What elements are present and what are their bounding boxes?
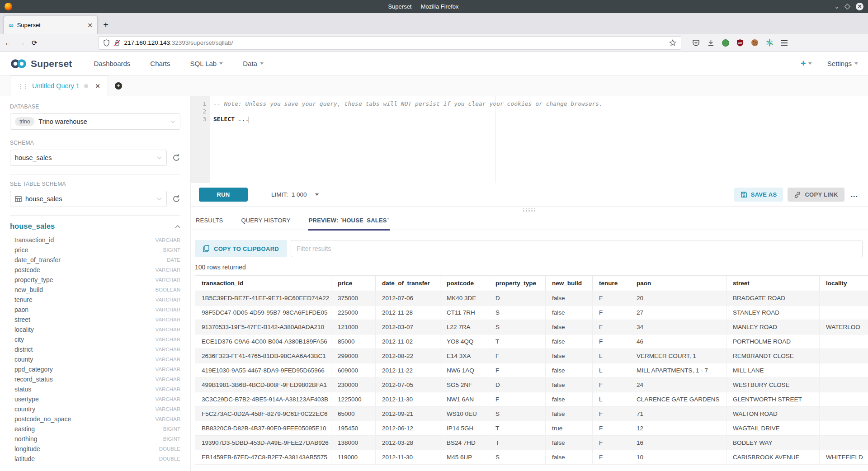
schema-column-row[interactable]: eastingBIGINT bbox=[10, 424, 180, 434]
results-column-header[interactable]: paon bbox=[630, 276, 726, 291]
results-column-header[interactable]: price bbox=[331, 276, 376, 291]
schema-column-row[interactable]: postcodeVARCHAR bbox=[10, 265, 180, 275]
asterisk-extension-icon[interactable] bbox=[766, 39, 774, 47]
schema-column-row[interactable]: record_statusVARCHAR bbox=[10, 374, 180, 384]
table-row[interactable]: 3C3C29DC-B7B2-4BE5-914A-A38123AF403B1225… bbox=[195, 392, 868, 407]
schema-column-row[interactable]: localityVARCHAR bbox=[10, 325, 180, 334]
browser-tab[interactable]: ∞ Superset ✕ bbox=[4, 16, 98, 34]
ublock-origin-icon[interactable]: uO bbox=[736, 39, 744, 47]
schema-column-row[interactable]: paonVARCHAR bbox=[10, 305, 180, 315]
schema-column-row[interactable]: streetVARCHAR bbox=[10, 315, 180, 325]
schema-column-row[interactable]: latitudeDOUBLE bbox=[10, 454, 180, 464]
more-options-button[interactable]: ... bbox=[849, 191, 860, 199]
schema-column-row[interactable]: northingBIGINT bbox=[10, 434, 180, 444]
tab-preview-house-sales[interactable]: PREVIEW: `HOUSE_SALES` bbox=[308, 217, 390, 231]
schema-column-row[interactable]: date_of_transferDATE bbox=[10, 255, 180, 265]
table-row[interactable]: ECE1D376-C9A6-4C00-B004-A380B189FA568500… bbox=[195, 334, 868, 349]
schema-select[interactable]: house_sales bbox=[10, 150, 167, 166]
back-button[interactable]: ← bbox=[5, 39, 12, 47]
downloads-icon[interactable] bbox=[707, 39, 715, 47]
refresh-schema-icon[interactable] bbox=[172, 154, 180, 162]
limit-dropdown[interactable]: LIMIT: 1 000 bbox=[271, 191, 319, 198]
results-column-header[interactable]: new_build bbox=[546, 276, 593, 291]
window-minimize-icon[interactable]: ⌄ bbox=[835, 4, 839, 9]
table-row[interactable]: BB8320C9-D82B-4B37-90E0-9FEE05095E101954… bbox=[195, 421, 868, 436]
new-tab-button[interactable]: + bbox=[98, 17, 114, 33]
results-column-header[interactable]: property_type bbox=[489, 276, 546, 291]
database-select[interactable]: trino Trino warehouse bbox=[10, 113, 180, 130]
collapse-chevron-up-icon[interactable] bbox=[175, 225, 180, 228]
table-row[interactable]: 499B1981-3B6B-4BCD-808F-9FED9802BFA12300… bbox=[195, 378, 868, 392]
copy-link-button[interactable]: COPY LINK bbox=[788, 188, 844, 202]
results-column-header[interactable]: postcode bbox=[440, 276, 489, 291]
table-row[interactable]: EB1459EB-67ED-47C8-B2E7-A38143AB55751190… bbox=[195, 450, 868, 465]
tab-results[interactable]: RESULTS bbox=[195, 217, 224, 231]
save-as-button[interactable]: SAVE AS bbox=[734, 188, 783, 202]
schema-column-row[interactable]: tenureVARCHAR bbox=[10, 295, 180, 305]
results-column-header[interactable]: street bbox=[726, 276, 820, 291]
column-name: transaction_id bbox=[14, 236, 54, 244]
sql-editor[interactable]: 123 -- Note: Unless you save your query,… bbox=[191, 96, 868, 183]
cookie-extension-icon[interactable] bbox=[751, 39, 759, 47]
drag-handle-icon[interactable]: ⋮⋮ bbox=[18, 83, 28, 89]
schema-column-row[interactable]: statusVARCHAR bbox=[10, 384, 180, 394]
query-tab-close-icon[interactable]: ✕ bbox=[95, 83, 100, 89]
url-bar[interactable]: 217.160.120.143:32393/superset/sqllab/ bbox=[98, 36, 681, 50]
copy-to-clipboard-button[interactable]: COPY TO CLIPBOARD bbox=[195, 240, 287, 257]
table-row[interactable]: 419E1030-9A55-4467-8DA9-9FED95D659666090… bbox=[195, 363, 868, 378]
tab-query-history[interactable]: QUERY HISTORY bbox=[240, 217, 291, 231]
menu-hamburger-icon[interactable] bbox=[781, 40, 788, 46]
table-row[interactable]: F5C273AC-0D2A-458F-8279-9C61F0C22EC66500… bbox=[195, 407, 868, 421]
schema-column-row[interactable]: longitudeDOUBLE bbox=[10, 444, 180, 454]
results-column-header[interactable]: tenure bbox=[593, 276, 630, 291]
table-row[interactable]: 2636F323-FF41-4765-81DB-98CAA6A43BC12990… bbox=[195, 349, 868, 363]
tab-close-icon[interactable]: ✕ bbox=[87, 22, 93, 29]
results-column-header[interactable]: transaction_id bbox=[195, 276, 331, 291]
superset-brand[interactable]: Superset bbox=[10, 58, 72, 69]
schema-column-row[interactable]: priceBIGINT bbox=[10, 245, 180, 255]
results-column-header[interactable]: locality bbox=[820, 276, 868, 291]
schema-column-row[interactable]: postcode_no_spaceVARCHAR bbox=[10, 414, 180, 424]
pocket-icon[interactable] bbox=[692, 39, 700, 47]
schema-column-row[interactable]: countryVARCHAR bbox=[10, 404, 180, 414]
filter-results-input[interactable] bbox=[291, 240, 863, 257]
schema-column-row[interactable]: ppd_categoryVARCHAR bbox=[10, 364, 180, 374]
window-maximize-icon[interactable] bbox=[844, 4, 850, 9]
url-text[interactable]: 217.160.120.143:32393/superset/sqllab/ bbox=[124, 39, 665, 46]
panel-resize-handle[interactable] bbox=[191, 207, 868, 213]
results-column-header[interactable]: date_of_transfer bbox=[376, 276, 440, 291]
table-select[interactable]: house_sales bbox=[10, 191, 167, 207]
new-item-button[interactable]: + bbox=[801, 58, 812, 69]
schema-column-row[interactable]: usertypeVARCHAR bbox=[10, 394, 180, 404]
table-cell: T bbox=[489, 436, 546, 450]
schema-column-row[interactable]: countyVARCHAR bbox=[10, 354, 180, 364]
table-cell: 193907D3-5DBD-453D-A49E-9FEE27DAB926 bbox=[195, 436, 331, 450]
schema-column-row[interactable]: cityVARCHAR bbox=[10, 334, 180, 344]
shield-icon[interactable] bbox=[103, 39, 110, 47]
nav-data[interactable]: Data bbox=[243, 60, 264, 67]
nav-charts[interactable]: Charts bbox=[150, 60, 170, 67]
new-query-tab-button[interactable]: + bbox=[108, 75, 129, 96]
refresh-table-icon[interactable] bbox=[172, 195, 180, 203]
table-row[interactable]: 1B5C39ED-BE7F-41EF-9E71-9C60EED74A223750… bbox=[195, 291, 868, 306]
schema-column-row[interactable]: districtVARCHAR bbox=[10, 344, 180, 354]
schema-column-row[interactable]: property_typeVARCHAR bbox=[10, 275, 180, 285]
window-close-icon[interactable]: ✕ bbox=[856, 3, 863, 10]
table-title[interactable]: house_sales bbox=[10, 222, 55, 231]
settings-menu[interactable]: Settings bbox=[827, 60, 858, 67]
query-tab-active[interactable]: ⋮⋮ Untitled Query 1 ✕ bbox=[10, 75, 108, 96]
bookmark-star-icon[interactable] bbox=[669, 39, 676, 47]
run-button[interactable]: RUN bbox=[199, 188, 248, 202]
table-row[interactable]: 98F5DC47-0D05-4D59-95B7-98CA6F1FDE052250… bbox=[195, 306, 868, 320]
table-cell: false bbox=[546, 450, 593, 465]
extension-green-icon[interactable] bbox=[722, 39, 729, 47]
lock-insecure-icon[interactable] bbox=[114, 39, 120, 47]
table-row[interactable]: 91370533-19F5-47FE-B142-A380A8ADA2101210… bbox=[195, 320, 868, 334]
table-row[interactable]: 193907D3-5DBD-453D-A49E-9FEE27DAB9261380… bbox=[195, 436, 868, 450]
nav-sql-lab[interactable]: SQL Lab bbox=[190, 60, 223, 67]
nav-dashboards[interactable]: Dashboards bbox=[94, 60, 130, 67]
schema-column-row[interactable]: transaction_idVARCHAR bbox=[10, 235, 180, 245]
schema-column-row[interactable]: new_buildBOOLEAN bbox=[10, 285, 180, 295]
forward-button[interactable]: → bbox=[18, 39, 25, 47]
reload-button[interactable]: ⟳ bbox=[32, 39, 38, 47]
